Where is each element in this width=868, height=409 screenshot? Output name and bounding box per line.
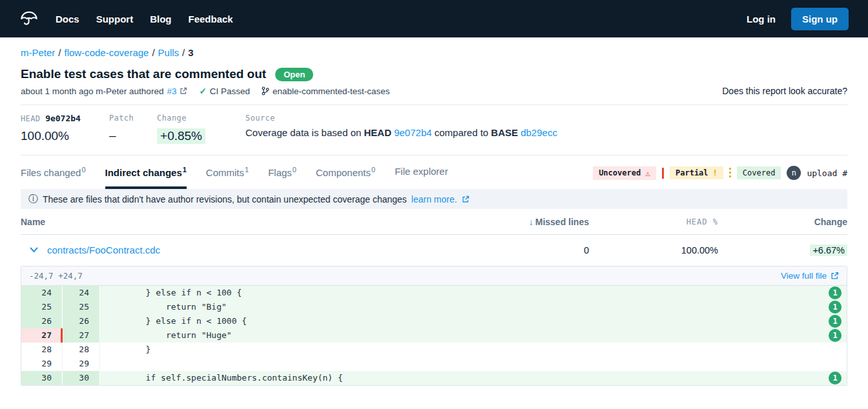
- diff-line-27: 2727 return "Huge"1: [21, 328, 847, 343]
- git-branch-icon: [262, 86, 269, 95]
- partial-bar-icon: [729, 168, 731, 179]
- source-base-sha-link[interactable]: db29ecc: [521, 127, 557, 138]
- nav-link-support[interactable]: Support: [96, 14, 134, 25]
- breadcrumb-pull-number: 3: [188, 47, 193, 58]
- breadcrumb-pulls[interactable]: Pulls: [158, 47, 180, 58]
- change-value: +0.85%: [157, 128, 205, 144]
- column-head-percent[interactable]: HEAD %: [589, 217, 718, 226]
- new-line-number: 26: [63, 314, 100, 328]
- code-line: } else if n < 100 {: [100, 286, 847, 300]
- file-link[interactable]: contracts/FooContract.cdc: [47, 244, 160, 255]
- tab-commits[interactable]: Commits1: [206, 166, 249, 189]
- new-line-number: 30: [63, 371, 100, 385]
- tab-components[interactable]: Components0: [316, 166, 375, 189]
- new-line-number: 29: [63, 357, 100, 371]
- code-line: if self.specialNumbers.containsKey(n) {: [100, 371, 847, 385]
- diff-line-25: 2525 return "Big"1: [21, 300, 847, 314]
- change-label: Change: [157, 114, 205, 123]
- status-badge: Open: [275, 68, 313, 81]
- top-navbar: DocsSupportBlogFeedback Log in Sign up: [0, 0, 868, 37]
- breadcrumb-repo[interactable]: flow-code-coverage: [65, 47, 149, 58]
- learn-more-link[interactable]: learn more.: [411, 194, 457, 204]
- head-coverage-value: 100.00%: [21, 129, 81, 143]
- info-icon: ⓘ: [28, 193, 38, 205]
- upload-count-badge[interactable]: 1: [829, 286, 842, 299]
- view-full-file-link[interactable]: View full file: [781, 271, 839, 281]
- coverage-stats: HEAD 9e072b4 100.00% Patch – Change +0.8…: [0, 105, 868, 155]
- breadcrumb-owner[interactable]: m-Peter: [21, 47, 55, 58]
- column-change[interactable]: Change: [718, 217, 847, 227]
- source-label: Source: [245, 114, 557, 123]
- source-description: Coverage data is based on HEAD 9e072b4 c…: [245, 127, 557, 138]
- diff-line-30: 3030 if self.specialNumbers.containsKey(…: [21, 371, 847, 385]
- tab-flags[interactable]: Flags0: [268, 166, 296, 189]
- upload-count-badge[interactable]: 1: [829, 315, 842, 328]
- column-name[interactable]: Name: [21, 217, 428, 227]
- new-line-number: 25: [63, 300, 100, 314]
- diff-lines: 2424 } else if n < 100 {12525 return "Bi…: [21, 286, 847, 385]
- upload-count-badge[interactable]: 1: [829, 329, 842, 342]
- head-sha: 9e072b4: [45, 114, 81, 123]
- nav-link-docs[interactable]: Docs: [56, 14, 79, 25]
- warning-triangle-icon: ⚠: [645, 168, 650, 178]
- head-percent-value: 100.00%: [589, 245, 718, 255]
- upload-count-icon: n: [787, 166, 801, 180]
- report-accuracy-link[interactable]: Does this report look accurate?: [722, 86, 847, 96]
- upload-label: upload #: [807, 168, 847, 178]
- nav-links: DocsSupportBlogFeedback: [56, 14, 233, 25]
- patch-label: Patch: [109, 114, 134, 123]
- tab-files-changed[interactable]: Files changed0: [21, 166, 86, 189]
- new-line-number: 27: [63, 328, 100, 343]
- external-link-icon: [831, 272, 839, 280]
- tab-indirect-changes[interactable]: Indirect changes1: [105, 166, 187, 189]
- diff-hunk-header: -24,7 +24,7: [29, 271, 83, 281]
- old-line-number: 26: [21, 314, 63, 328]
- page-title: Enable test cases that are commented out: [21, 67, 266, 81]
- old-line-number: 28: [21, 343, 63, 357]
- change-value: +6.67%: [810, 244, 847, 256]
- table-row: contracts/FooContract.cdc 0 100.00% +6.6…: [21, 235, 847, 264]
- patch-value: –: [109, 128, 134, 143]
- head-label: HEAD: [21, 114, 41, 123]
- source-head-sha-link[interactable]: 9e072b4: [394, 127, 431, 138]
- missed-lines-value: 0: [428, 245, 589, 255]
- banner-text: These are files that didn't have author …: [43, 194, 407, 204]
- old-line-number: 27: [21, 328, 63, 343]
- pr-number-link[interactable]: #3: [167, 86, 176, 96]
- diff-line-29: 2929: [21, 357, 847, 371]
- upload-count-badge[interactable]: 1: [829, 301, 842, 314]
- branch-name: enable-commented-test-cases: [273, 86, 390, 96]
- code-diff-panel: -24,7 +24,7 View full file 2424 } else i…: [21, 266, 847, 386]
- new-line-number: 28: [63, 343, 100, 357]
- sort-descending-icon: ↓: [529, 217, 533, 227]
- check-icon: ✓: [199, 86, 206, 96]
- external-link-icon: [180, 87, 187, 95]
- chevron-down-icon[interactable]: [30, 247, 38, 253]
- nav-link-feedback[interactable]: Feedback: [189, 14, 233, 25]
- code-line: return "Huge": [100, 328, 847, 343]
- old-line-number: 30: [21, 371, 63, 385]
- indirect-changes-banner: ⓘ These are files that didn't have autho…: [21, 189, 847, 209]
- external-link-icon: [462, 195, 470, 203]
- code-line: return "Big": [100, 300, 847, 314]
- diff-line-24: 2424 } else if n < 100 {1: [21, 286, 847, 300]
- covered-legend: Covered: [737, 166, 781, 179]
- old-line-number: 25: [21, 300, 63, 314]
- breadcrumb: m-Peter/flow-code-coverage/Pulls/3: [0, 37, 868, 61]
- indirect-changes-table: Name ↓Missed lines HEAD % Change contrac…: [21, 209, 847, 264]
- signup-button[interactable]: Sign up: [791, 8, 849, 30]
- old-line-number: 29: [21, 357, 63, 371]
- coverage-legend: Uncovered⚠ Partial! Covered n upload #: [593, 166, 847, 189]
- upload-count-badge[interactable]: 1: [829, 372, 842, 384]
- column-missed-lines[interactable]: ↓Missed lines: [428, 217, 589, 227]
- uncovered-legend: Uncovered⚠: [593, 166, 656, 180]
- codecov-umbrella-logo-icon[interactable]: [19, 9, 39, 28]
- code-line: [100, 357, 847, 371]
- diff-line-28: 2828 }: [21, 343, 847, 357]
- code-line: }: [100, 343, 847, 357]
- tab-file-explorer[interactable]: File explorer: [395, 166, 448, 189]
- nav-link-blog[interactable]: Blog: [150, 14, 171, 25]
- login-link[interactable]: Log in: [747, 14, 776, 25]
- code-line: } else if n < 1000 {: [100, 314, 847, 328]
- old-line-number: 24: [21, 286, 63, 300]
